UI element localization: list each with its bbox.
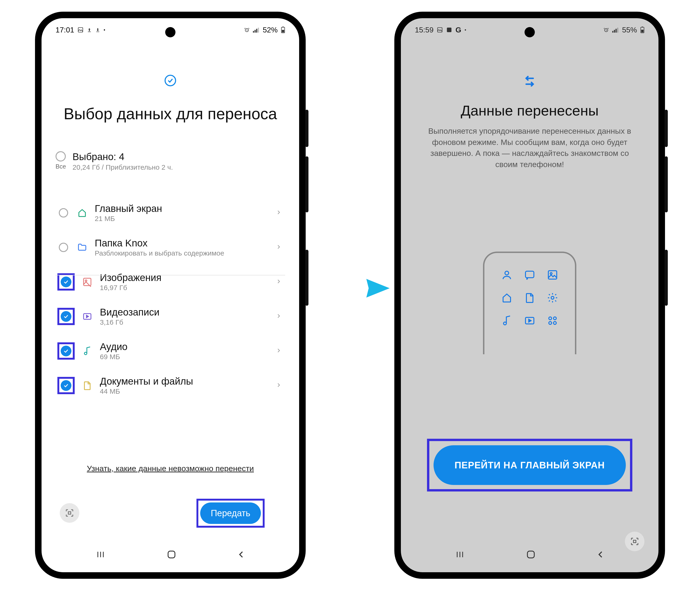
phone-side-button xyxy=(305,110,308,147)
status-dot: • xyxy=(465,27,466,33)
canvas: 17:01 • 52% Выбор данных для переноса xyxy=(0,0,700,600)
page-title: Выбор данных для переноса xyxy=(42,104,299,123)
checkbox-checked-icon[interactable] xyxy=(61,277,71,287)
nav-home-icon[interactable] xyxy=(526,549,536,559)
svg-rect-22 xyxy=(614,30,615,33)
row-label: Видеозаписи xyxy=(100,307,269,318)
data-row[interactable]: Документы и файлы44 МБ xyxy=(55,368,285,403)
viewfinder-icon xyxy=(65,508,74,518)
svg-rect-30 xyxy=(548,271,557,279)
status-upload-icon xyxy=(87,27,92,33)
phone-side-button xyxy=(665,156,668,212)
viewfinder-icon xyxy=(630,536,640,546)
status-signal-icon xyxy=(253,27,259,33)
transfer-button[interactable]: Передать xyxy=(200,502,261,524)
folder-icon xyxy=(77,243,88,252)
svg-rect-24 xyxy=(617,28,618,33)
data-row[interactable]: Главный экран21 МБ xyxy=(55,196,285,230)
transfer-icon xyxy=(523,74,537,89)
svg-rect-29 xyxy=(525,271,534,278)
ill-message-icon xyxy=(520,266,539,284)
svg-rect-9 xyxy=(282,27,284,27)
selected-detail: 20,24 Гб / Приблизительно 2 ч. xyxy=(73,164,173,171)
row-sublabel: 44 МБ xyxy=(100,388,269,395)
ill-home-icon xyxy=(498,289,516,307)
svg-point-32 xyxy=(551,296,554,299)
screenshot-button[interactable] xyxy=(60,503,79,523)
ill-contact-icon xyxy=(498,266,516,284)
svg-rect-6 xyxy=(256,29,257,32)
data-row[interactable]: Аудио69 МБ xyxy=(55,334,285,368)
checkbox-checked-icon[interactable] xyxy=(61,380,71,391)
select-all-label: Все xyxy=(55,163,66,170)
ill-audio-icon xyxy=(498,311,516,330)
status-battery-pct: 52% xyxy=(263,26,278,34)
ill-image-icon xyxy=(543,266,562,284)
phone-side-button xyxy=(665,250,668,306)
status-alarm-icon xyxy=(603,27,609,33)
screen-right: 15:59 G • 55% Данные перенесены Выполняе… xyxy=(401,18,658,572)
svg-point-11 xyxy=(165,75,176,86)
svg-rect-17 xyxy=(168,551,175,558)
data-row[interactable]: Папка KnoxРазблокировать и выбрать содер… xyxy=(55,230,285,265)
image-icon xyxy=(82,277,93,287)
phone-right: 15:59 G • 55% Данные перенесены Выполняе… xyxy=(394,12,665,579)
status-g-icon: G xyxy=(455,26,461,34)
row-sublabel: 21 МБ xyxy=(95,215,269,223)
select-all-radio[interactable]: Все xyxy=(55,151,66,170)
checkbox-checked-icon[interactable] xyxy=(61,311,71,322)
phone-left: 17:01 • 52% Выбор данных для переноса xyxy=(35,12,306,579)
row-sublabel: 16,97 Гб xyxy=(100,284,269,292)
nav-recents-icon[interactable] xyxy=(454,550,466,559)
go-home-button[interactable]: ПЕРЕЙТИ НА ГЛАВНЫЙ ЭКРАН xyxy=(433,445,626,485)
row-sublabel: 3,16 Гб xyxy=(100,318,269,326)
header-check-icon xyxy=(164,74,177,88)
checkbox-unchecked-icon[interactable] xyxy=(59,208,68,218)
nav-recents-icon[interactable] xyxy=(95,550,106,559)
svg-rect-4 xyxy=(253,31,254,33)
nav-home-icon[interactable] xyxy=(166,549,177,559)
svg-rect-39 xyxy=(633,540,636,543)
audio-icon xyxy=(82,346,93,356)
divider xyxy=(55,275,285,275)
svg-point-28 xyxy=(505,271,509,275)
nav-back-icon[interactable] xyxy=(596,550,605,559)
checkbox-unchecked-icon[interactable] xyxy=(59,243,68,252)
row-sublabel: 69 МБ xyxy=(100,353,269,361)
row-label: Главный экран xyxy=(95,203,269,214)
data-row[interactable]: Видеозаписи3,16 Гб xyxy=(55,299,285,334)
highlight-box xyxy=(57,273,75,291)
row-label: Документы и файлы xyxy=(100,376,269,387)
highlight-box xyxy=(57,308,75,325)
svg-rect-26 xyxy=(642,27,643,27)
data-row[interactable]: Изображения16,97 Гб xyxy=(55,265,285,299)
status-image-icon xyxy=(437,27,443,33)
phone-side-button xyxy=(305,156,308,212)
chevron-right-icon xyxy=(276,382,283,389)
checkbox-checked-icon[interactable] xyxy=(61,346,71,356)
status-signal-icon xyxy=(612,27,619,33)
selection-summary[interactable]: Все Выбрано: 4 20,24 Гб / Приблизительно… xyxy=(55,151,285,171)
cannot-transfer-link[interactable]: Узнать, какие данные невозможно перенест… xyxy=(42,464,299,473)
svg-rect-19 xyxy=(447,28,451,32)
svg-point-35 xyxy=(549,317,552,320)
status-alarm-icon xyxy=(244,27,250,33)
ill-video-icon xyxy=(520,311,539,330)
svg-point-36 xyxy=(553,317,556,320)
svg-point-31 xyxy=(550,273,552,274)
svg-rect-1 xyxy=(88,31,91,32)
nav-bar xyxy=(42,545,299,564)
nav-back-icon[interactable] xyxy=(236,550,246,559)
svg-rect-21 xyxy=(612,31,614,33)
page-title: Данные перенесены xyxy=(401,102,658,119)
page-subtitle: Выполняется упорядочивание перенесенных … xyxy=(420,126,640,170)
nav-bar xyxy=(401,545,658,564)
chevron-right-icon xyxy=(276,244,283,251)
status-download-icon xyxy=(95,27,100,33)
radio-unchecked-icon xyxy=(55,151,66,161)
svg-rect-12 xyxy=(83,278,91,286)
svg-rect-7 xyxy=(258,28,259,33)
selected-count: Выбрано: 4 xyxy=(73,151,173,162)
svg-rect-5 xyxy=(255,30,256,33)
camera-notch xyxy=(525,27,535,38)
